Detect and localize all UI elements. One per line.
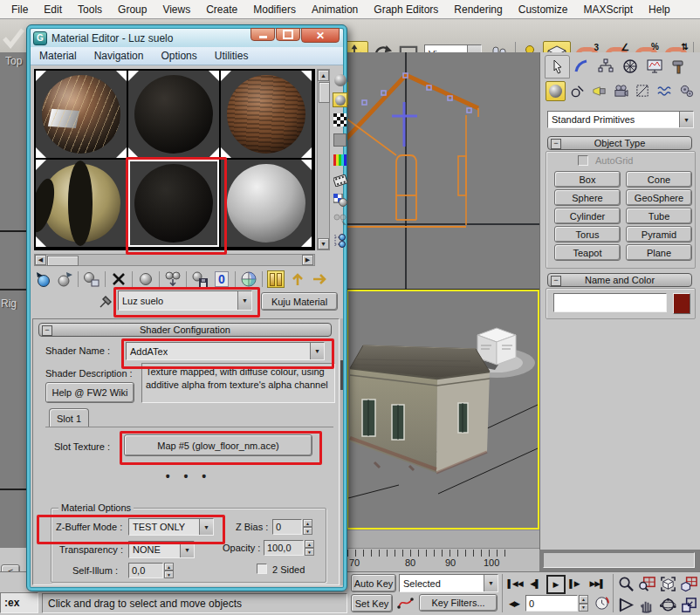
tab-utilities[interactable]: [667, 55, 690, 77]
me-menu-navigation[interactable]: Navigation: [86, 48, 153, 64]
make-unique-button[interactable]: [164, 270, 182, 288]
dropdown-arrow-icon[interactable]: [237, 291, 251, 310]
tab-hierarchy[interactable]: [594, 55, 617, 77]
menu-edit[interactable]: Edit: [36, 2, 70, 17]
previous-frame-button[interactable]: ◀▌: [528, 577, 542, 590]
time-configuration-button[interactable]: [594, 595, 611, 612]
material-editor-titlebar[interactable]: G Material Editor - Luz suelo ✕: [31, 29, 343, 47]
assign-material-to-selection-button[interactable]: [83, 270, 100, 288]
self-illum-spinner[interactable]: ▲▼: [164, 563, 174, 578]
options-button[interactable]: [333, 193, 347, 208]
selection-set-dropdown[interactable]: Selected: [399, 574, 498, 592]
key-filters-button[interactable]: Key Filters...: [419, 594, 498, 612]
sample-slot-3[interactable]: [221, 71, 312, 158]
show-map-in-viewport-button[interactable]: [240, 270, 257, 288]
perspective-viewport[interactable]: [347, 290, 539, 530]
dropdown-arrow-icon[interactable]: [199, 519, 213, 535]
object-button-box[interactable]: Box: [554, 171, 621, 188]
object-color-swatch[interactable]: [673, 293, 690, 314]
select-by-material-button[interactable]: [333, 213, 347, 228]
frame-spinner[interactable]: ▲▼: [579, 595, 588, 612]
object-button-teapot[interactable]: Teapot: [554, 244, 621, 261]
time-slider-track[interactable]: [347, 530, 539, 549]
object-button-pyramid[interactable]: Pyramid: [626, 226, 692, 243]
go-to-parent-button[interactable]: [289, 270, 306, 288]
sample-slot-6[interactable]: [221, 160, 312, 247]
background-button[interactable]: [333, 113, 347, 127]
help-fw2-wiki-button[interactable]: Help @ FW2 Wiki: [45, 382, 134, 403]
zbias-field[interactable]: 0: [272, 519, 302, 535]
make-material-copy-button[interactable]: [137, 270, 154, 288]
name-color-rollout-header[interactable]: − Name and Color: [547, 273, 692, 287]
scroll-left-icon[interactable]: ◀: [35, 255, 46, 265]
category-helpers[interactable]: [633, 81, 653, 101]
slot-texture-map-button[interactable]: Map #5 (glow_floor_nm.ace): [124, 434, 312, 456]
transparency-dropdown[interactable]: NONE: [128, 541, 195, 558]
slot-1-tab[interactable]: Slot 1: [49, 408, 89, 427]
slots-horizontal-scrollbar[interactable]: ◀ ▶: [34, 254, 315, 266]
arc-rotate-button[interactable]: [659, 596, 677, 614]
menu-tools[interactable]: Tools: [70, 2, 110, 17]
sample-slot-5-selected[interactable]: [128, 160, 219, 247]
front-viewport-wireframe[interactable]: [345, 52, 539, 289]
sample-slot-1[interactable]: [36, 71, 127, 158]
field-of-view-button[interactable]: [617, 596, 635, 614]
time-tag-field[interactable]: [543, 552, 695, 568]
category-space-warps[interactable]: [655, 81, 675, 101]
object-name-input[interactable]: [553, 293, 667, 312]
collapse-icon[interactable]: −: [551, 276, 561, 286]
material-name-dropdown[interactable]: Luz suelo: [118, 290, 252, 311]
set-key-button[interactable]: Set Key: [351, 594, 393, 612]
category-lights[interactable]: [589, 81, 609, 101]
object-button-plane[interactable]: Plane: [626, 244, 692, 261]
two-sided-checkbox[interactable]: [257, 564, 267, 574]
opacity-field[interactable]: 100,0: [264, 540, 304, 556]
object-button-cone[interactable]: Cone: [626, 171, 692, 188]
self-illum-field[interactable]: 0,0: [128, 563, 163, 578]
material-editor-window[interactable]: G Material Editor - Luz suelo ✕ Material…: [26, 24, 347, 591]
maximize-viewport-toggle[interactable]: [680, 596, 698, 614]
play-button[interactable]: ▶: [546, 575, 566, 594]
pan-button[interactable]: [638, 596, 656, 614]
menu-modifiers[interactable]: Modifiers: [245, 2, 304, 17]
maxscript-mini-listener[interactable]: :ex: [0, 592, 38, 613]
category-cameras[interactable]: [611, 81, 631, 101]
minimize-button[interactable]: [250, 28, 275, 41]
sample-slot-4[interactable]: [36, 160, 127, 247]
me-menu-options[interactable]: Options: [152, 48, 205, 64]
sample-uv-tiling-button[interactable]: [333, 133, 347, 147]
menu-animation[interactable]: Animation: [304, 2, 366, 17]
category-systems[interactable]: [676, 81, 697, 101]
me-menu-utilities[interactable]: Utilities: [206, 48, 257, 64]
make-preview-button[interactable]: [333, 173, 347, 188]
put-to-library-button[interactable]: [191, 270, 209, 288]
zoom-all-button[interactable]: [638, 575, 656, 593]
current-frame-field[interactable]: 0: [525, 595, 578, 612]
get-material-button[interactable]: [34, 270, 51, 288]
show-end-result-button[interactable]: [267, 270, 285, 288]
tab-modify[interactable]: [569, 55, 593, 77]
autogrid-checkbox[interactable]: [578, 155, 588, 166]
sample-slot-2[interactable]: [128, 71, 219, 158]
collapse-icon[interactable]: −: [42, 325, 52, 336]
menu-graph-editors[interactable]: Graph Editors: [366, 2, 446, 17]
dropdown-arrow-icon[interactable]: [484, 575, 498, 591]
menu-group[interactable]: Group: [110, 2, 154, 17]
next-frame-button[interactable]: ▌▶: [567, 577, 581, 590]
dropdown-arrow-icon[interactable]: [679, 112, 693, 127]
object-button-geosphere[interactable]: GeoSphere: [626, 189, 692, 206]
go-forward-to-sibling-button[interactable]: [311, 270, 328, 288]
scroll-thumb[interactable]: [319, 82, 330, 103]
sample-type-button[interactable]: [333, 72, 347, 87]
category-geometry[interactable]: [546, 81, 566, 101]
pick-material-button[interactable]: [99, 293, 113, 309]
tab-display[interactable]: [642, 55, 666, 77]
tab-motion[interactable]: [618, 55, 642, 77]
put-material-to-scene-button[interactable]: [56, 270, 73, 288]
category-shapes[interactable]: [567, 81, 587, 101]
menu-maxscript[interactable]: MAXScript: [575, 2, 641, 17]
auto-key-button[interactable]: Auto Key: [351, 574, 396, 592]
menu-customize[interactable]: Customize: [511, 2, 576, 17]
primitives-category-dropdown[interactable]: Standard Primitives: [547, 111, 694, 128]
scroll-right-icon[interactable]: ▶: [302, 255, 313, 265]
